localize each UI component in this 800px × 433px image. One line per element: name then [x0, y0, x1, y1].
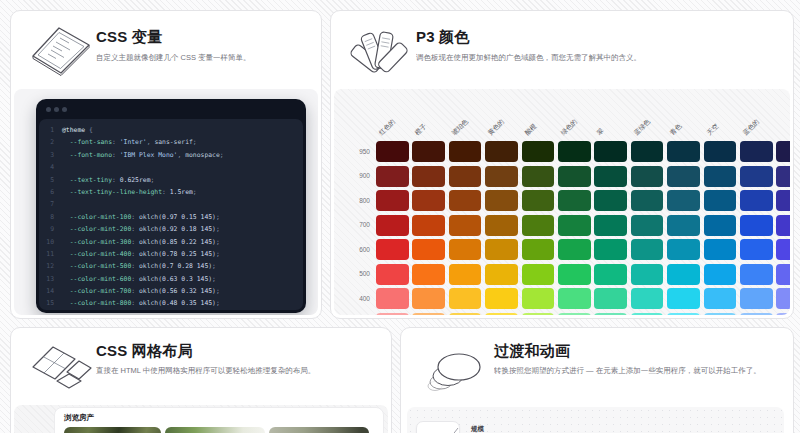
color-swatch	[704, 190, 737, 211]
color-swatch	[412, 239, 445, 260]
card-subtitle: 调色板现在使用更加鲜艳的广色域颜色，而您无需了解其中的含义。	[416, 53, 785, 63]
color-swatch	[667, 264, 700, 285]
color-swatch	[522, 264, 555, 285]
color-swatch	[740, 215, 773, 236]
palette-row-label: 500	[338, 270, 370, 278]
color-swatch	[558, 215, 591, 236]
p3-colors-demo: 红色的橙子琥珀色黄色的酸橙绿色的翠蓝绿色青色天空蓝色的9509008007006…	[334, 89, 790, 315]
color-swatch	[704, 313, 737, 316]
color-swatch	[376, 288, 409, 309]
card-grid-layout: CSS 网格布局 直接在 HTML 中使用网格实用程序可以更轻松地推理复杂的布局…	[10, 327, 392, 433]
card-title: 过渡和动画	[494, 342, 570, 361]
color-swatch	[594, 239, 627, 260]
code-line: 1@theme {	[39, 124, 303, 136]
palette-column-label: 青色	[669, 122, 684, 137]
color-swatch	[594, 141, 627, 162]
code-line: 4	[39, 161, 303, 173]
color-swatch	[740, 166, 773, 187]
color-swatch	[594, 313, 627, 316]
color-swatch	[776, 190, 790, 211]
color-swatch	[558, 141, 591, 162]
color-swatch	[631, 215, 664, 236]
color-swatch	[558, 264, 591, 285]
demo-label: 规模	[471, 425, 484, 433]
color-swatch	[667, 166, 700, 187]
color-swatch	[704, 141, 737, 162]
color-swatch	[485, 215, 518, 236]
color-swatch	[412, 166, 445, 187]
color-swatch	[594, 190, 627, 211]
palette-row-label: 600	[338, 246, 370, 254]
palette-row-label: 400	[338, 295, 370, 303]
color-swatch	[740, 313, 773, 316]
color-swatch	[558, 239, 591, 260]
color-swatch	[485, 190, 518, 211]
code-line: 5 --text-tiny: 0.625rem;	[39, 174, 303, 186]
card-subtitle: 转换按照您期望的方式进行 — 在元素上添加一些实用程序，就可以开始工作了。	[494, 366, 785, 376]
demo-tile	[416, 421, 460, 433]
palette-column-label: 酸橙	[523, 122, 538, 137]
color-swatch	[376, 264, 409, 285]
transitions-demo: 规模	[407, 407, 784, 433]
color-swatch	[558, 288, 591, 309]
color-swatch	[522, 239, 555, 260]
color-swatch	[485, 141, 518, 162]
card-transitions: 过渡和动画 转换按照您期望的方式进行 — 在元素上添加一些实用程序，就可以开始工…	[400, 327, 794, 433]
code-line: 6 --text-tiny--line-height: 1.5rem;	[39, 186, 303, 198]
color-swatch	[631, 288, 664, 309]
color-swatch	[704, 215, 737, 236]
color-swatch	[776, 313, 790, 316]
color-swatch	[522, 313, 555, 316]
palette-column-label: 蓝色的	[741, 118, 760, 137]
color-swatch	[667, 239, 700, 260]
code-editor-window: 1@theme {2 --font-sans: 'Inter', sans-se…	[36, 99, 306, 313]
color-swatch	[449, 288, 482, 309]
color-swatch	[449, 141, 482, 162]
grid-layout-demo: 浏览房产	[14, 405, 388, 433]
palette-row-label: 950	[338, 148, 370, 156]
color-swatch	[449, 264, 482, 285]
color-swatch	[376, 215, 409, 236]
color-swatch	[522, 215, 555, 236]
color-swatch	[740, 141, 773, 162]
palette-row-label: 700	[338, 221, 370, 229]
code-line: 13 --color-mint-600: oklch(0.63 0.3 145)…	[39, 273, 303, 285]
color-swatch	[449, 313, 482, 316]
color-swatch	[449, 190, 482, 211]
color-swatch	[376, 239, 409, 260]
palette-column-label: 黄色的	[487, 118, 506, 137]
color-swatch	[667, 288, 700, 309]
color-swatch	[740, 239, 773, 260]
color-swatch	[776, 166, 790, 187]
feature-grid-page: CSS 变量 自定义主题就像创建几个 CSS 变量一样简单。 1@theme {…	[0, 0, 800, 433]
window-dot-icon	[46, 107, 51, 112]
color-swatch	[631, 264, 664, 285]
palette-row-label: 800	[338, 197, 370, 205]
color-swatch	[485, 166, 518, 187]
color-swatch	[740, 288, 773, 309]
property-photo-pampas	[269, 427, 369, 433]
motion-ellipses-icon	[423, 340, 487, 396]
palette-column-label: 天空	[705, 122, 720, 137]
panel-heading: 浏览房产	[64, 413, 374, 423]
color-swatch	[522, 166, 555, 187]
code-line: 10 --color-mint-300: oklch(0.85 0.22 145…	[39, 236, 303, 248]
palette: 红色的橙子琥珀色黄色的酸橙绿色的翠蓝绿色青色天空蓝色的9509008007006…	[334, 89, 790, 315]
code-line: 9 --color-mint-200: oklch(0.92 0.18 145)…	[39, 223, 303, 235]
color-swatch	[449, 215, 482, 236]
color-swatch	[704, 264, 737, 285]
color-swatch	[376, 313, 409, 316]
code-area: 1@theme {2 --font-sans: 'Inter', sans-se…	[39, 119, 303, 310]
code-line: 8 --color-mint-100: oklch(0.97 0.15 145)…	[39, 211, 303, 223]
window-dot-icon	[62, 107, 67, 112]
card-subtitle: 直接在 HTML 中使用网格实用程序可以更轻松地推理复杂的布局。	[96, 366, 383, 376]
color-swatch	[412, 190, 445, 211]
code-line: 14 --color-mint-700: oklch(0.56 0.32 145…	[39, 285, 303, 297]
color-swatch	[631, 141, 664, 162]
color-swatch	[776, 288, 790, 309]
palette-row-label: 900	[338, 172, 370, 180]
color-swatch	[776, 239, 790, 260]
code-line: 7	[39, 198, 303, 210]
card-title: P3 颜色	[416, 28, 470, 47]
color-swatch	[376, 166, 409, 187]
